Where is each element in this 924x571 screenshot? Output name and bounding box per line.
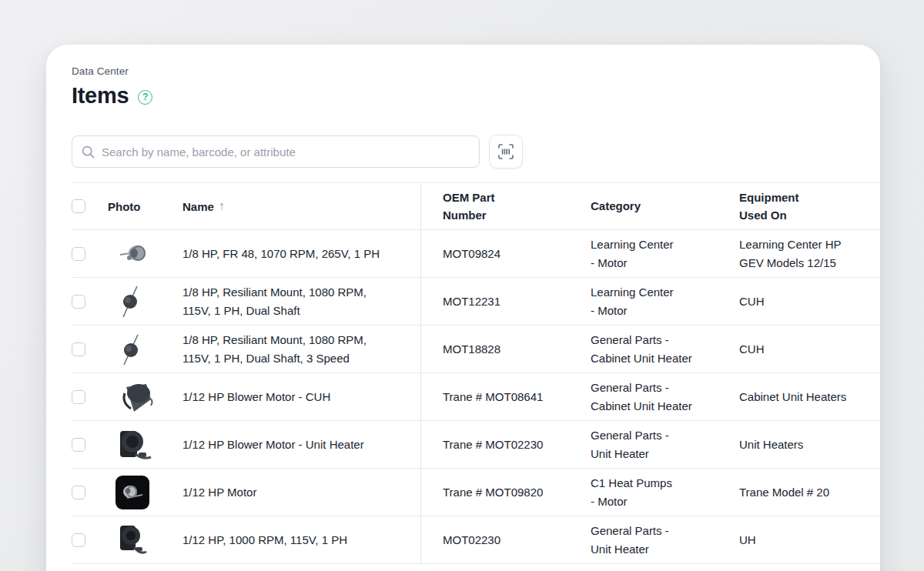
table-header-row: Photo Name ↑ OEM Part Number Category Eq… (72, 183, 880, 230)
item-photo (116, 379, 157, 415)
search-box[interactable] (72, 135, 480, 168)
search-input[interactable] (102, 145, 470, 159)
row-checkbox[interactable] (72, 533, 85, 547)
column-divider (420, 183, 421, 564)
barcode-scan-button[interactable] (489, 135, 523, 169)
items-panel: Data Center Items ? (46, 45, 880, 571)
column-header-name[interactable]: Name ↑ (182, 199, 420, 213)
item-photo (116, 283, 146, 320)
item-photo (116, 523, 149, 558)
arrow-up-icon: ↑ (219, 199, 225, 213)
row-checkbox[interactable] (72, 390, 85, 404)
item-photo (116, 242, 152, 266)
barcode-scan-icon (497, 143, 514, 160)
column-header-equipment: Equipment Used On (739, 189, 880, 225)
table-row[interactable]: 1/8 HP, Resiliant Mount, 1080 RPM, 115V,… (72, 278, 880, 326)
items-table: Photo Name ↑ OEM Part Number Category Eq… (72, 182, 880, 564)
row-checkbox[interactable] (72, 438, 85, 452)
item-photo (116, 476, 149, 509)
page-title: Items (72, 83, 129, 109)
row-checkbox[interactable] (72, 295, 85, 309)
magnifier-icon (82, 145, 95, 159)
help-circle-icon[interactable]: ? (138, 90, 152, 105)
table-row[interactable]: 1/8 HP, Resiliant Mount, 1080 RPM, 115V,… (72, 326, 880, 373)
table-row[interactable]: 1/12 HP Blower Motor - Unit Heater Trane… (72, 421, 880, 469)
select-all-checkbox[interactable] (72, 199, 85, 213)
table-row[interactable]: 1/8 HP, FR 48, 1070 RPM, 265V, 1 PH MOT0… (72, 230, 880, 278)
row-checkbox[interactable] (72, 247, 85, 261)
table-row[interactable]: 1/12 HP Motor Trane # MOT09820 C1 Heat P… (72, 469, 880, 516)
column-header-oem: OEM Part Number (420, 189, 591, 225)
item-photo (116, 331, 146, 368)
column-header-category: Category (591, 197, 739, 215)
table-row[interactable]: 1/12 HP, 1000 RPM, 115V, 1 PH MOT02230 G… (72, 516, 880, 564)
column-header-photo: Photo (99, 200, 182, 213)
table-row[interactable]: 1/12 HP Blower Motor - CUH Trane # MOT08… (72, 373, 880, 421)
breadcrumb: Data Center (72, 65, 880, 77)
row-checkbox[interactable] (72, 486, 85, 499)
item-photo (116, 426, 156, 463)
row-checkbox[interactable] (72, 342, 85, 356)
